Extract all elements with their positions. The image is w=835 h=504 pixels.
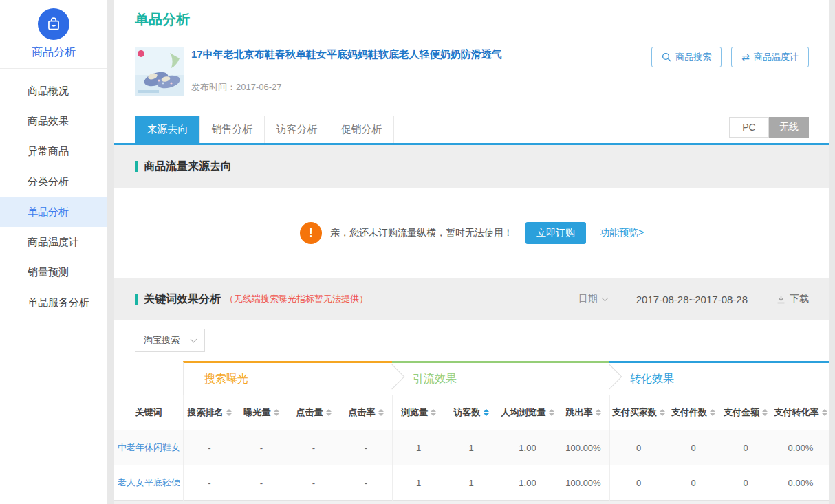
order-now-button[interactable]: 立即订购 [525, 222, 586, 244]
cell-ctr: - [340, 430, 392, 465]
source-filter-dropdown[interactable]: 淘宝搜索 [135, 329, 205, 352]
column-header-label: 支付买家数 [612, 406, 657, 419]
date-range-value: 2017-08-28~2017-08-28 [636, 294, 748, 305]
column-header-label: 跳出率 [566, 406, 593, 419]
flow-section-header: 商品流量来源去向 [114, 145, 829, 188]
product-title-link[interactable]: 17中年老北京布鞋春秋单鞋女平底妈妈鞋软底老人轻便奶奶防滑透气 [191, 48, 651, 61]
column-header-conversion-rate[interactable]: 支付转化率 [772, 395, 829, 430]
sort-icon [596, 409, 601, 416]
sidebar-item-category-analysis[interactable]: 分类分析 [0, 166, 107, 197]
search-icon [662, 52, 671, 62]
cell-buyers: 0 [609, 430, 667, 465]
cell-bounce-rate: 100.00% [557, 465, 609, 501]
group-header-row: 搜索曝光 引流效果 转化效果 [114, 361, 829, 395]
sort-icon [822, 409, 827, 416]
cell-buyers: 0 [609, 465, 667, 501]
column-header-pageviews[interactable]: 浏览量 [392, 395, 444, 430]
main-header: 单品分析 [114, 0, 829, 116]
column-header-avg-pageviews[interactable]: 人均浏览量 [498, 395, 557, 430]
swap-arrows-icon: ⇄ [741, 52, 750, 62]
product-search-label: 商品搜索 [675, 51, 711, 63]
cell-payment-amount: 0 [719, 430, 772, 465]
sidebar-item-product-thermometer[interactable]: 商品温度计 [0, 227, 107, 257]
tab-promotion-analysis[interactable]: 促销分析 [329, 116, 394, 143]
group-header-search-exposure: 搜索曝光 [183, 361, 392, 395]
sort-icon [660, 409, 665, 416]
download-label: 下载 [790, 293, 809, 305]
column-header-buyers[interactable]: 支付买家数 [609, 395, 667, 430]
cell-visitors: 1 [444, 430, 498, 465]
product-thermometer-button[interactable]: ⇄ 商品温度计 [731, 47, 809, 67]
cell-pageviews: 1 [392, 465, 444, 501]
tab-visitor-analysis[interactable]: 访客分析 [264, 116, 329, 143]
sidebar-item-single-item-analysis[interactable]: 单品分析 [0, 197, 107, 227]
column-header-label: 人均浏览量 [501, 406, 546, 419]
column-header-impressions[interactable]: 曝光量 [235, 395, 288, 430]
sidebar-item-abnormal-products[interactable]: 异常商品 [0, 136, 107, 166]
keyword-section-title-wrap: 关键词效果分析 （无线端搜索曝光指标暂无法提供） [135, 292, 368, 307]
column-header-label: 支付转化率 [774, 406, 819, 419]
device-toggle: PC 无线 [729, 117, 809, 138]
sort-icon [549, 409, 554, 416]
cell-clicks: - [288, 430, 340, 465]
group-label: 搜索曝光 [184, 372, 248, 386]
table-footer-strip [114, 500, 829, 504]
cell-search-rank: - [183, 465, 235, 501]
date-dropdown[interactable]: 日期 [578, 293, 607, 305]
cell-avg-pageviews: 1.00 [498, 465, 557, 501]
tab-sales-analysis[interactable]: 销售分析 [199, 116, 265, 143]
keyword-section-controls: 日期 2017-08-28~2017-08-28 下载 [578, 293, 809, 305]
column-header-items-paid[interactable]: 支付件数 [667, 395, 719, 430]
column-header-label: 点击率 [349, 406, 376, 419]
cell-avg-pageviews: 1.00 [498, 430, 557, 465]
filter-area: 淘宝搜索 [114, 320, 829, 361]
main-content: 单品分析 [114, 0, 829, 504]
sidebar-item-sales-forecast[interactable]: 销量预测 [0, 257, 107, 287]
cell-impressions: - [235, 430, 288, 465]
cell-ctr: - [340, 465, 392, 501]
column-header-clicks[interactable]: 点击量 [288, 395, 340, 430]
product-thumbnail[interactable] [135, 47, 184, 96]
keyword-link[interactable]: 老人女平底轻便 [114, 465, 183, 501]
column-header-bounce-rate[interactable]: 跳出率 [557, 395, 609, 430]
keyword-section-title: 关键词效果分析 [144, 292, 221, 307]
column-header-label: 访客数 [454, 406, 481, 419]
chevron-down-icon [601, 294, 608, 301]
column-header-label: 搜索排名 [188, 406, 224, 419]
product-publish-time: 发布时间：2017-06-27 [191, 81, 651, 94]
sidebar-item-product-effect[interactable]: 商品效果 [0, 106, 107, 136]
product-info: 17中年老北京布鞋春秋单鞋女平底妈妈鞋软底老人轻便奶奶防滑透气 发布时间：201… [191, 47, 651, 96]
cell-visitors: 1 [444, 465, 498, 501]
sidebar-title: 商品分析 [0, 45, 107, 60]
sidebar-menu: 商品概况 商品效果 异常商品 分类分析 单品分析 商品温度计 销量预测 单品服务… [0, 69, 107, 318]
column-header-ctr[interactable]: 点击率 [340, 395, 392, 430]
group-header-traffic-effect: 引流效果 [392, 361, 609, 395]
sidebar-item-product-overview[interactable]: 商品概况 [0, 76, 107, 106]
table-row: 中老年休闲鞋女 - - - - 1 1 1.00 100.00% 0 0 0 0… [114, 430, 829, 465]
download-link[interactable]: 下载 [777, 293, 809, 305]
column-header-visitors[interactable]: 访客数 [444, 395, 498, 430]
column-header-payment-amount[interactable]: 支付金额 [719, 395, 772, 430]
keyword-section-header: 关键词效果分析 （无线端搜索曝光指标暂无法提供） 日期 2017-08-28~2… [114, 278, 829, 320]
feature-preview-link[interactable]: 功能预览> [600, 227, 644, 239]
cell-items-paid: 0 [667, 465, 719, 501]
column-header-row: 关键词 搜索排名 曝光量 点击量 点击率 [114, 395, 829, 430]
warning-text: 亲，您还未订购流量纵横，暂时无法使用！ [330, 227, 513, 239]
tab-source-flow[interactable]: 来源去向 [135, 116, 200, 143]
sort-icon [326, 409, 332, 416]
toggle-pc[interactable]: PC [729, 117, 769, 138]
product-thermometer-label: 商品温度计 [754, 51, 799, 63]
group-header-spacer [114, 361, 183, 395]
keyword-link[interactable]: 中老年休闲鞋女 [114, 430, 183, 465]
toggle-wireless[interactable]: 无线 [769, 117, 809, 138]
keyword-table: 搜索曝光 引流效果 转化效果 关键词 搜索排名 [114, 361, 829, 504]
keyword-section-note: （无线端搜索曝光指标暂无法提供） [225, 293, 368, 305]
page-title: 单品分析 [135, 10, 809, 29]
sidebar-item-single-item-service[interactable]: 单品服务分析 [0, 287, 107, 318]
cell-clicks: - [288, 465, 340, 501]
sidebar-header: 商品分析 [0, 0, 107, 69]
cell-conversion-rate: 0.00% [772, 465, 829, 501]
product-search-button[interactable]: 商品搜索 [651, 47, 722, 67]
product-summary: 17中年老北京布鞋春秋单鞋女平底妈妈鞋软底老人轻便奶奶防滑透气 发布时间：201… [135, 47, 809, 96]
column-header-search-rank[interactable]: 搜索排名 [183, 395, 235, 430]
